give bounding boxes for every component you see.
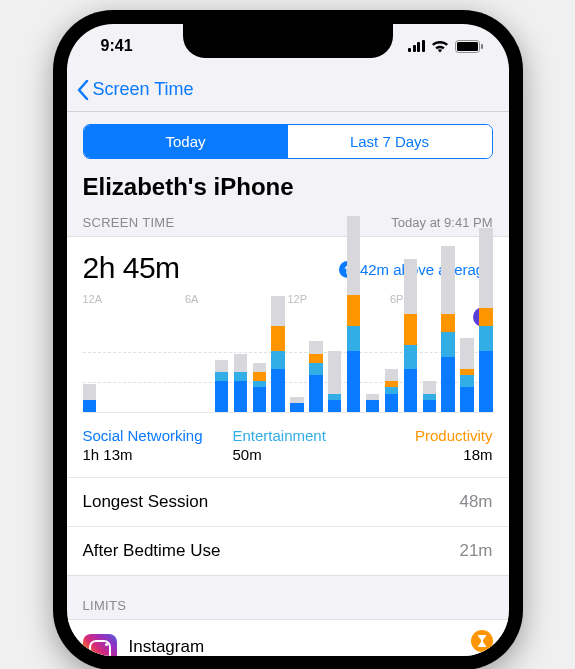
device-title: Elizabeth's iPhone (83, 173, 493, 201)
hour-label: 12A (83, 293, 186, 305)
wifi-icon (431, 40, 449, 53)
category-social: Social Networking 1h 13m (83, 427, 213, 463)
chart-bar (404, 259, 417, 412)
chevron-left-icon (77, 80, 89, 100)
chart-bar (385, 369, 398, 412)
hourglass-icon (471, 630, 493, 652)
chart-bar (479, 228, 492, 412)
row-label: Longest Session (83, 492, 209, 512)
time-range-segmented[interactable]: Today Last 7 Days (83, 124, 493, 159)
chart-bar (328, 351, 341, 412)
chart-bar (253, 363, 266, 412)
row-after-bedtime[interactable]: After Bedtime Use 21m (67, 526, 509, 575)
chart-bar (215, 360, 228, 412)
status-time: 9:41 (101, 37, 133, 55)
instagram-icon (83, 634, 117, 656)
category-productivity: Productivity 18m (363, 427, 493, 463)
limit-row-instagram[interactable]: Instagram 5m left (67, 619, 509, 656)
chart-bar (309, 341, 322, 412)
category-entertainment: Entertainment 50m (213, 427, 363, 463)
back-label: Screen Time (93, 79, 194, 100)
screen-time-section-header: SCREEN TIME Today at 9:41 PM (83, 215, 493, 230)
limits-section-label: LIMITS (83, 576, 493, 619)
chart-bar (234, 354, 247, 412)
segment-last7[interactable]: Last 7 Days (288, 125, 492, 158)
chart-bar (366, 394, 379, 412)
cellular-icon (408, 40, 425, 52)
screen-time-card[interactable]: 2h 45m 42m above average 12A 6A 12P 6P (67, 236, 509, 576)
status-indicators (408, 40, 483, 53)
row-label: After Bedtime Use (83, 541, 221, 561)
chart-bar (271, 296, 284, 413)
row-value: 48m (459, 492, 492, 512)
chart-bar (460, 338, 473, 412)
segment-today[interactable]: Today (84, 125, 288, 158)
app-name: Instagram (129, 637, 439, 657)
chart-bar (441, 246, 454, 412)
usage-chart: 12A 6A 12P 6P (83, 293, 493, 413)
row-longest-session[interactable]: Longest Session 48m (67, 477, 509, 526)
chart-bar (83, 384, 96, 412)
delta-text: 42m above average (360, 261, 493, 278)
section-label: SCREEN TIME (83, 215, 175, 230)
battery-icon (455, 40, 483, 53)
svg-rect-2 (481, 44, 483, 49)
hour-label: 12P (288, 293, 391, 305)
row-value: 21m (459, 541, 492, 561)
chart-bar (347, 216, 360, 412)
back-button[interactable]: Screen Time (77, 79, 194, 100)
section-timestamp: Today at 9:41 PM (391, 215, 492, 230)
chart-bar (423, 381, 436, 412)
svg-rect-1 (457, 42, 478, 51)
chart-bar (290, 397, 303, 412)
total-time: 2h 45m (83, 251, 180, 285)
navigation-bar: Screen Time (67, 68, 509, 112)
